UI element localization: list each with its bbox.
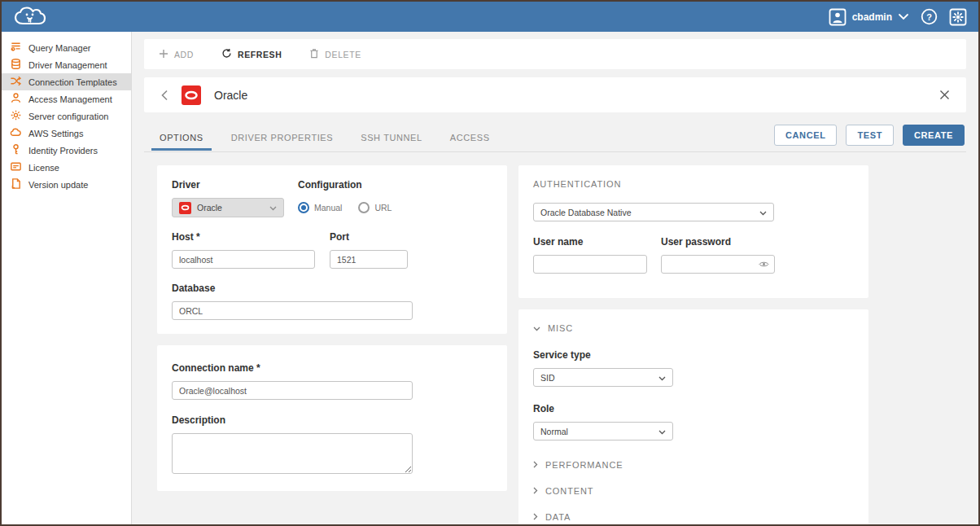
port-input[interactable] xyxy=(330,250,408,269)
connection-templates-icon xyxy=(10,75,22,89)
sidebar-item-label: Driver Management xyxy=(28,60,107,70)
radio-dot-icon xyxy=(358,202,370,213)
entity-title: Oracle xyxy=(214,89,939,102)
sidebar-item-server-configuration[interactable]: Server configuration xyxy=(2,107,131,125)
connection-name-card: Connection name * Description xyxy=(157,345,507,491)
authentication-card: AUTHENTICATION Oracle Database Native Us… xyxy=(518,165,868,298)
chevron-right-icon xyxy=(533,512,538,522)
identity-providers-icon xyxy=(10,143,22,157)
misc-card: MISC Service type SID Role Normal xyxy=(518,309,868,524)
auth-method-select[interactable]: Oracle Database Native xyxy=(533,203,774,221)
role-select[interactable]: Normal xyxy=(533,422,673,441)
chevron-right-icon xyxy=(533,460,538,470)
close-icon[interactable] xyxy=(939,90,950,100)
cancel-button[interactable]: CANCEL xyxy=(774,125,837,146)
sidebar-item-aws-settings[interactable]: AWS Settings xyxy=(2,125,131,142)
driver-select[interactable]: Oracle xyxy=(172,198,284,217)
user-password-label: User password xyxy=(661,236,775,248)
sidebar-item-label: AWS Settings xyxy=(28,129,83,138)
chevron-down-icon xyxy=(759,208,767,217)
authentication-title: AUTHENTICATION xyxy=(533,179,854,189)
toolbar: ADD REFRESH xyxy=(144,39,966,69)
sidebar-item-driver-management[interactable]: Driver Management xyxy=(2,56,131,73)
version-update-icon xyxy=(10,178,22,191)
user-avatar-icon xyxy=(829,8,847,26)
description-label: Description xyxy=(172,414,492,426)
sidebar-item-label: License xyxy=(28,163,59,173)
tab-options[interactable]: OPTIONS xyxy=(151,125,212,150)
misc-section-toggle[interactable]: MISC xyxy=(533,323,854,333)
radio-dot-icon xyxy=(298,202,309,213)
description-textarea[interactable] xyxy=(172,433,413,474)
settings-icon[interactable] xyxy=(949,8,967,26)
svg-text:?: ? xyxy=(926,12,932,22)
server-configuration-icon xyxy=(10,109,22,123)
eye-icon[interactable] xyxy=(759,261,769,268)
role-label: Role xyxy=(533,403,854,414)
sidebar-item-label: Version update xyxy=(28,180,88,190)
sidebar-item-query-manager[interactable]: Query Manager xyxy=(2,39,131,56)
service-type-select[interactable]: SID xyxy=(533,368,673,387)
query-manager-icon xyxy=(10,41,22,55)
content-section-toggle[interactable]: CONTENT xyxy=(533,486,854,496)
oracle-driver-icon xyxy=(179,202,191,214)
delete-button[interactable]: DELETE xyxy=(309,48,361,60)
database-input[interactable] xyxy=(172,301,413,320)
sidebar-item-label: Connection Templates xyxy=(28,77,117,87)
help-icon[interactable]: ? xyxy=(921,8,938,25)
data-section-toggle[interactable]: DATA xyxy=(533,512,854,522)
manual-radio[interactable]: Manual xyxy=(298,202,342,213)
main-area: ADD REFRESH xyxy=(132,32,978,524)
url-radio[interactable]: URL xyxy=(358,202,392,213)
user-name-input[interactable] xyxy=(533,255,647,274)
sidebar-item-label: Identity Providers xyxy=(28,146,98,156)
port-label: Port xyxy=(330,231,408,243)
chevron-down-icon xyxy=(658,427,666,436)
driver-management-icon xyxy=(10,58,22,72)
refresh-icon xyxy=(221,48,232,60)
tab-ssh-tunnel[interactable]: SSH TUNNEL xyxy=(352,125,430,150)
cloudbeaver-logo-icon xyxy=(13,6,47,28)
add-button[interactable]: ADD xyxy=(159,49,194,60)
tab-bar: OPTIONS DRIVER PROPERTIES SSH TUNNEL ACC… xyxy=(144,123,966,152)
user-name: cbadmin xyxy=(852,11,892,23)
tab-driver-properties[interactable]: DRIVER PROPERTIES xyxy=(223,125,342,150)
chevron-down-icon xyxy=(898,13,909,20)
sidebar-item-identity-providers[interactable]: Identity Providers xyxy=(2,142,131,159)
sidebar-item-label: Access Management xyxy=(28,94,112,104)
sidebar-item-connection-templates[interactable]: Connection Templates xyxy=(2,73,131,90)
sidebar-item-license[interactable]: License xyxy=(2,159,131,176)
trash-icon xyxy=(309,48,319,60)
app-window: cbadmin ? xyxy=(0,0,980,526)
create-button[interactable]: CREATE xyxy=(903,125,965,146)
refresh-button[interactable]: REFRESH xyxy=(221,48,282,60)
connection-name-input[interactable] xyxy=(172,381,413,400)
driver-label: Driver xyxy=(172,179,298,191)
back-icon[interactable] xyxy=(160,90,168,101)
connection-settings-card: Driver Oracle xyxy=(157,165,507,334)
sidebar: Query Manager Driver Management xyxy=(2,32,132,524)
user-menu[interactable]: cbadmin xyxy=(829,8,909,26)
chevron-down-icon xyxy=(533,323,540,333)
performance-section-toggle[interactable]: PERFORMANCE xyxy=(533,460,854,470)
sidebar-item-access-management[interactable]: Access Management xyxy=(2,90,131,107)
host-input[interactable] xyxy=(172,250,315,269)
tab-access[interactable]: ACCESS xyxy=(442,125,498,150)
sidebar-item-label: Server configuration xyxy=(28,112,108,121)
sidebar-item-version-update[interactable]: Version update xyxy=(2,176,131,193)
oracle-logo-icon xyxy=(182,85,201,105)
database-label: Database xyxy=(172,283,492,294)
test-button[interactable]: TEST xyxy=(846,125,894,146)
user-password-input[interactable] xyxy=(661,255,775,274)
aws-settings-icon xyxy=(10,126,22,140)
chevron-down-icon xyxy=(658,373,666,383)
user-name-label: User name xyxy=(533,236,661,248)
access-management-icon xyxy=(10,92,22,106)
sidebar-item-label: Query Manager xyxy=(28,43,90,53)
chevron-down-icon xyxy=(269,203,277,213)
service-type-label: Service type xyxy=(533,349,854,361)
chevron-right-icon xyxy=(533,486,538,496)
entity-header: Oracle xyxy=(144,77,966,112)
plus-icon xyxy=(159,49,168,60)
license-icon xyxy=(10,160,22,174)
